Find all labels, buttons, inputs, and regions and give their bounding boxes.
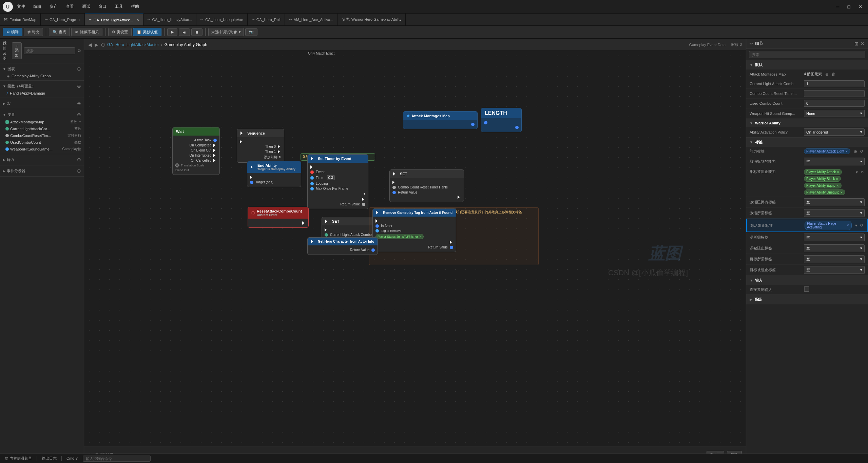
tab-unequipaxe[interactable]: ✏ GA_Hero_UnequipAxe — [196, 14, 248, 25]
console-input[interactable] — [83, 456, 151, 462]
tag-player-ability-attack[interactable]: Player Ability Attack ✕ — [804, 169, 842, 175]
tab-amaxe[interactable]: ✏ AM_Hero_Axe_Activa... — [285, 14, 338, 25]
tab-garageplus[interactable]: ✏ GA_Hero_Rage++ — [41, 14, 85, 25]
type-settings-button[interactable]: ⚙ 类设置 — [108, 28, 132, 36]
add-macro-icon[interactable]: ⊕ — [77, 101, 81, 106]
tag-player-status-rage[interactable]: Player Status Rage Activating ✕ — [805, 221, 852, 230]
find-button[interactable]: 🔍 查找 — [49, 28, 70, 36]
cmd-dropdown-button[interactable]: Cmd ∨ — [64, 456, 80, 461]
sidebar-item-handleapplydamage[interactable]: 𝑓 HandleApplyDamage — [0, 90, 84, 96]
add-ability-icon[interactable]: ⊕ — [77, 157, 81, 162]
warrior-ability-header[interactable]: ▼ Warrior Ability — [746, 119, 868, 127]
tag-close-icon[interactable]: ✕ — [840, 191, 843, 194]
tag-player-ability-attack-light[interactable]: Player Ability Attack Light ✕ — [804, 148, 850, 154]
tab-heavyattack[interactable]: ✏ GA_Hero_HeavyAttac... — [143, 14, 196, 25]
details-search-input[interactable] — [749, 51, 865, 58]
menu-bar[interactable]: 文件 编辑 资产 查看 调试 窗口 工具 帮助 — [16, 2, 140, 11]
node-end-ability[interactable]: End Ability Target is Gameplay Ability T… — [247, 161, 301, 187]
used-combo-input[interactable] — [804, 100, 865, 107]
content-browser-button[interactable]: ◱ 内容侧滑菜单 — [3, 455, 34, 462]
search-input[interactable] — [24, 47, 75, 54]
activate-required-dropdown[interactable]: 空 ▾ — [804, 209, 865, 217]
tag-player-ability-unequip[interactable]: Player Ability Unequip ✕ — [804, 189, 845, 195]
menu-file[interactable]: 文件 — [16, 2, 26, 11]
step-button[interactable]: ⏭ — [179, 28, 190, 36]
node-reset-combo[interactable]: ⬡ ResetAttackComboCount Custom Event — [248, 207, 309, 228]
input-section-header[interactable]: ▼ 输入 — [746, 276, 868, 285]
node-set-timer[interactable]: Set Timer by Event Event Time — [307, 154, 368, 209]
add-dispatcher-icon[interactable]: ⊕ — [77, 168, 81, 174]
target-blocked-dropdown[interactable]: 空 ▾ — [804, 266, 865, 274]
tags-section-header[interactable]: ▼ 标签 — [746, 138, 868, 147]
var-item-combocount[interactable]: ComboCountResetTim... 定时器柄 — [0, 132, 84, 139]
tab-close-icon[interactable]: ✕ — [136, 18, 139, 22]
var-item-currentlight[interactable]: CurrentLightAttackCor... 整数 — [0, 125, 84, 132]
functions-section-header[interactable]: ▼ 函数（4可覆盖） ⊕ — [0, 82, 84, 90]
node-length[interactable]: LENGTH — [481, 108, 522, 132]
menu-help[interactable]: 帮助 — [130, 2, 140, 11]
event-dispatchers-header[interactable]: ▶ 事件分发器 ⊕ — [0, 167, 84, 175]
node-wait[interactable]: Wait Async Task On Completed On Blend Ou… — [172, 127, 220, 175]
var-item-usedcombo[interactable]: UsedComboCount 整数 — [0, 139, 84, 146]
add-graph-icon[interactable]: ⊕ — [77, 66, 81, 72]
diff-button[interactable]: ⇄ 对比 — [24, 28, 43, 36]
add-variable-icon[interactable]: ⊕ — [77, 112, 81, 117]
hide-button[interactable]: 👁 隐藏不相关 — [71, 28, 102, 36]
menu-window[interactable]: 窗口 — [97, 2, 108, 11]
menu-assets[interactable]: 资产 — [48, 2, 59, 11]
compile-button[interactable]: ⚙ 编译 — [3, 28, 22, 36]
menu-tools[interactable]: 工具 — [113, 2, 124, 11]
settings-icon[interactable]: ⚙ — [77, 48, 81, 53]
source-blocked-dropdown[interactable]: 空 ▾ — [804, 244, 865, 252]
tag-close-icon[interactable]: ✕ — [837, 170, 840, 174]
direct-copy-checkbox[interactable] — [804, 286, 809, 292]
combo-reset-input[interactable] — [804, 90, 865, 97]
tab-roll[interactable]: ✏ GA_Hero_Roll — [248, 14, 285, 25]
node-sequence[interactable]: Sequence Then 0 Then 1 — [237, 129, 284, 163]
tag-close-icon[interactable]: ✕ — [845, 150, 848, 153]
canvas-area[interactable]: ◀ ▶ ⬡ GA_Hero_LightAttackMaster › Gamepl… — [84, 39, 746, 463]
node-attack-montages-map[interactable]: ◈ Attack Montages Map — [403, 111, 478, 129]
remove-element-button[interactable]: 🗑 — [831, 71, 836, 77]
defaults-button[interactable]: 📋 类默认值 — [133, 28, 161, 36]
nav-forward-button[interactable]: ▶ — [95, 42, 98, 47]
tab-parent[interactable]: 父类: Warrior Hero Gameplay Ability — [338, 14, 406, 25]
close-panel-button[interactable]: ✕ — [861, 41, 865, 46]
play-button[interactable]: ▶ — [167, 28, 177, 36]
stop-button[interactable]: ⏹ — [191, 28, 202, 36]
menu-debug[interactable]: 调试 — [81, 2, 92, 11]
reset-activate-block-tags[interactable]: ↺ — [859, 222, 864, 228]
tag-close-icon[interactable]: ✕ — [847, 224, 849, 227]
node-set-1[interactable]: SET Combo Count Reset Timer Hanle Return — [389, 169, 464, 202]
tag-player-ability-equip[interactable]: Player Ability Equip ✕ — [804, 183, 842, 188]
default-section-header[interactable]: ▼ 默认 — [746, 60, 868, 69]
maximize-button[interactable]: □ — [845, 3, 853, 11]
cancel-tag-dropdown[interactable]: 空 ▾ — [804, 158, 865, 165]
macros-section-header[interactable]: ▶ 宏 ⊕ — [0, 99, 84, 107]
advanced-section-header[interactable]: ▶ 高级 — [746, 295, 868, 304]
weapon-hit-dropdown[interactable]: None ▾ — [804, 110, 865, 117]
window-controls[interactable]: ─ □ ✕ — [833, 3, 865, 11]
minimize-button[interactable]: ─ — [833, 3, 842, 11]
var-item-attackmontages[interactable]: AttackMontagesMap 整数 ≡ — [0, 119, 84, 125]
debug-dropdown[interactable]: 未选中调试对象 ▾ — [208, 28, 244, 36]
canvas-bg[interactable]: Only Trigger Once Only Match Exact ◈ Att… — [84, 51, 746, 446]
activation-dropdown[interactable]: On Triggered ▾ — [804, 128, 865, 136]
add-tag-button[interactable]: ⊕ — [853, 148, 858, 155]
tab-featuredevmap[interactable]: 🗺 FeatureDevMap — [0, 14, 41, 25]
breadcrumb-item-ga[interactable]: GA_Hero_LightAttackMaster — [107, 42, 159, 47]
node-remove-tag[interactable]: Remove Gameplay Tag from Actor if Found … — [372, 208, 456, 252]
camera-button[interactable]: 📷 — [245, 28, 257, 36]
nav-back-button[interactable]: ◀ — [88, 42, 92, 47]
reset-tag-button[interactable]: ↺ — [859, 148, 864, 155]
add-block-tag-button[interactable]: ▾ — [855, 169, 859, 175]
node-get-hero[interactable]: Get Hero Character from Actor Info Retur… — [307, 237, 378, 255]
graph-section-header[interactable]: ▼ 图表 ⊕ — [0, 65, 84, 73]
add-element-button[interactable]: ⊕ — [825, 71, 829, 77]
tag-close-icon[interactable]: ✕ — [836, 184, 839, 187]
reset-block-tags-button[interactable]: ↺ — [860, 169, 865, 175]
output-log-button[interactable]: 输出日志 — [40, 455, 59, 462]
source-required-dropdown[interactable]: 空 ▾ — [804, 234, 865, 241]
variables-section-header[interactable]: ▼ 变量 ⊕ — [0, 110, 84, 119]
add-button[interactable]: + 添加 — [12, 42, 22, 59]
